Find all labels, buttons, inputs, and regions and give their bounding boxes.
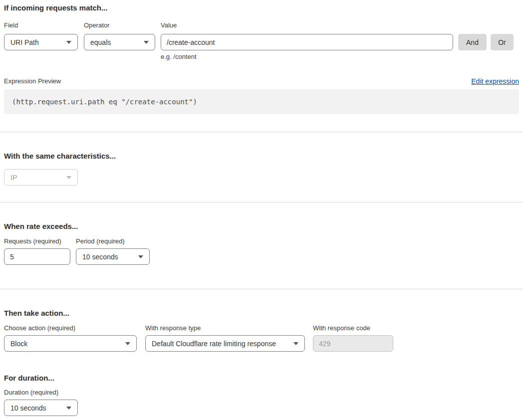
action-labels-row: Choose action (required) With response t…: [4, 324, 519, 332]
expression-preview-box: (http.request.uri.path eq "/create-accou…: [4, 89, 519, 114]
field-select[interactable]: URI Path: [4, 34, 78, 50]
value-label: Value: [161, 21, 453, 29]
operator-label: Operator: [84, 21, 155, 29]
expression-code: (http.request.uri.path eq "/create-accou…: [12, 98, 197, 106]
or-button[interactable]: Or: [491, 34, 514, 50]
section-divider: [0, 289, 523, 289]
period-select-value: 10 seconds: [82, 253, 118, 261]
match-controls-row: URI Path equals And Or: [4, 34, 519, 50]
response-type-select-value: Default Cloudflare rate limiting respons…: [152, 340, 276, 348]
rate-limiting-rule-form: If incoming requests match... Field Oper…: [0, 3, 523, 114]
section-title-characteristics: With the same characteristics...: [4, 151, 519, 161]
and-button[interactable]: And: [458, 34, 487, 50]
section-title-action: Then take action...: [4, 308, 519, 318]
response-type-select[interactable]: Default Cloudflare rate limiting respons…: [145, 335, 305, 352]
operator-select[interactable]: equals: [84, 34, 155, 50]
action-controls-row: Block Default Cloudflare rate limiting r…: [4, 335, 519, 352]
duration-select-value: 10 seconds: [10, 404, 46, 412]
edit-expression-link[interactable]: Edit expression: [471, 77, 519, 85]
match-labels-row: Field Operator Value: [4, 21, 519, 29]
section-title-duration: For duration...: [4, 373, 519, 383]
caret-down-icon: [138, 255, 143, 258]
caret-down-icon: [144, 41, 149, 44]
caret-down-icon: [66, 176, 71, 179]
expression-preview-header: Expression Preview Edit expression: [4, 77, 519, 85]
choose-action-label: Choose action (required): [4, 324, 145, 332]
rate-labels-row: Requests (required) Period (required): [4, 237, 519, 245]
characteristic-select: IP: [4, 169, 78, 186]
field-label: Field: [4, 21, 78, 29]
value-helper-text: e.g. /content: [161, 53, 519, 61]
operator-select-value: equals: [90, 38, 111, 46]
choose-action-select-value: Block: [10, 340, 27, 348]
period-select[interactable]: 10 seconds: [76, 248, 150, 265]
response-code-label: With response code: [313, 324, 370, 332]
section-title-incoming-requests: If incoming requests match...: [4, 3, 519, 13]
section-title-rate: When rate exceeds...: [4, 221, 519, 231]
duration-labels-row: Duration (required): [4, 389, 519, 397]
field-select-value: URI Path: [10, 38, 39, 46]
section-divider: [0, 202, 523, 203]
expression-preview-label: Expression Preview: [4, 77, 61, 85]
duration-label: Duration (required): [4, 389, 58, 397]
caret-down-icon: [66, 41, 71, 44]
period-label: Period (required): [76, 237, 150, 245]
choose-action-select[interactable]: Block: [4, 335, 137, 352]
response-code-input: [313, 335, 393, 352]
caret-down-icon: [293, 342, 298, 345]
requests-label: Requests (required): [4, 237, 76, 245]
duration-select[interactable]: 10 seconds: [4, 400, 78, 416]
caret-down-icon: [66, 407, 71, 410]
response-type-label: With response type: [145, 324, 313, 332]
caret-down-icon: [125, 342, 130, 345]
rate-controls-row: 10 seconds: [4, 248, 519, 265]
requests-input[interactable]: [4, 248, 70, 265]
value-input[interactable]: [161, 34, 453, 50]
duration-controls-row: 10 seconds: [4, 400, 519, 416]
characteristic-select-value: IP: [10, 174, 17, 182]
section-divider: [0, 132, 523, 132]
